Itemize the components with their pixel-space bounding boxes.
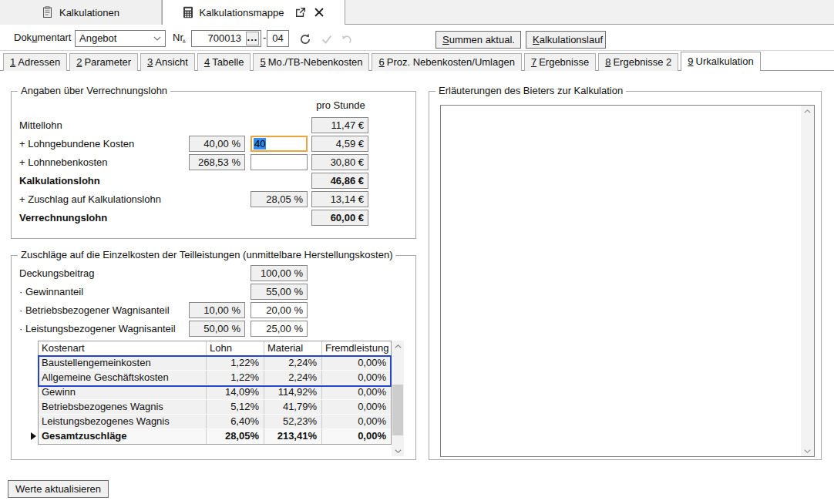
- lohn-cell: 6,40%: [206, 415, 264, 428]
- window-tab-kalkulationen[interactable]: Kalkulationen: [0, 0, 162, 25]
- erlaeuterungen-textarea[interactable]: [440, 105, 815, 457]
- werte-aktualisieren-button[interactable]: Werte aktualisieren: [8, 480, 109, 498]
- dokumentart-selected-value: Angebot: [79, 32, 116, 44]
- window-tab-kalkulationsmappe[interactable]: Kalkulationsmappe: [162, 0, 345, 25]
- nr-label: Nr.: [173, 32, 186, 43]
- kostenart-cell: Allgemeine Geschäftskosten: [39, 371, 206, 385]
- page-tab-parameter[interactable]: 2Parameter: [69, 53, 138, 71]
- nr-input[interactable]: 700013 ...: [191, 30, 261, 47]
- row-label: · Betriebsbezogener Wagnisanteil: [19, 302, 170, 318]
- lohn-cell: 5,12%: [206, 400, 264, 414]
- leistungswagnis-pct-b[interactable]: 25,00 %: [251, 321, 308, 337]
- page-tab-ergebnisse-2[interactable]: 8Ergebnisse 2: [598, 53, 678, 71]
- window-tab-bar: Kalkulationen Kalkulationsmappe: [0, 0, 834, 25]
- fremdleistung-cell: 0,00%: [321, 385, 391, 399]
- material-cell: 2,24%: [264, 371, 321, 385]
- row-label: · Leistungsbezogener Wagnisanteil: [19, 321, 176, 337]
- dokumentart-select[interactable]: Angebot: [75, 30, 166, 47]
- kostenart-cell: Gewinn: [39, 385, 206, 399]
- material-cell: 2,24%: [264, 356, 321, 370]
- verrechnungslohn-legend: Angaben über Verrechnungslohn: [18, 85, 170, 96]
- row-label: + Lohnnebenkosten: [19, 154, 108, 170]
- kostenart-cell: Gesamtzuschläge: [39, 429, 206, 444]
- table-scrollbar[interactable]: [392, 341, 404, 456]
- fremdleistung-cell: 0,00%: [321, 371, 391, 385]
- current-row-marker: [31, 432, 36, 440]
- close-icon[interactable]: [314, 7, 325, 18]
- row-label: Kalkulationslohn: [19, 173, 100, 189]
- table-row[interactable]: Leistungsbezogenes Wagnis 6,40% 52,23% 0…: [39, 415, 391, 429]
- table-row[interactable]: Allgemeine Geschäftskosten 1,22% 2,24% 0…: [39, 371, 391, 385]
- scroll-up-icon[interactable]: [801, 106, 814, 116]
- page-tab-urkalkulation[interactable]: 9Urkalkulation: [681, 52, 760, 71]
- kostenart-table-header: Kostenart Lohn Material Fremdleistung: [39, 341, 391, 356]
- erlaeuterungen-group: Erläuterungen des Bieters zur Kalkulatio…: [429, 91, 822, 460]
- material-cell: 114,92%: [264, 385, 321, 399]
- betriebswagnis-pct-a: 10,00 %: [189, 302, 245, 318]
- column-header: Kostenart: [39, 341, 206, 355]
- row-label: Deckungsbeitrag: [19, 265, 95, 281]
- row-label: + Zuschlag auf Kalkulationslohn: [19, 191, 161, 207]
- lohn-cell: 1,22%: [206, 371, 264, 385]
- row-label: + Lohngebundene Kosten: [19, 136, 134, 152]
- scrollbar-thumb[interactable]: [392, 385, 403, 435]
- column-header: Lohn: [206, 341, 264, 355]
- table-row[interactable]: Baustellengemeinkosten 1,22% 2,24% 0,00%: [39, 356, 391, 371]
- page-tab-ansicht[interactable]: 3Ansicht: [140, 53, 195, 71]
- verrechnungslohn-value: 60,00 €: [311, 210, 368, 226]
- erlaeuterungen-legend: Erläuterungen des Bieters zur Kalkulatio…: [435, 85, 626, 96]
- lohn-cell: 1,22%: [206, 356, 264, 370]
- kalkulationslauf-button[interactable]: Kalkulationslauf: [526, 31, 606, 49]
- lohnnebenkosten-input[interactable]: [251, 154, 308, 170]
- zuschlaege-legend: Zuschläge auf die Einzelkosten der Teill…: [18, 249, 395, 260]
- refresh-icon[interactable]: [299, 33, 311, 45]
- page-tab-proz-nebenkosten-umlagen[interactable]: 6Proz. Nebenkosten/Umlagen: [372, 53, 521, 71]
- window-tab-label: Kalkulationsmappe: [200, 7, 284, 18]
- row-label: Mittellohn: [19, 117, 62, 133]
- scroll-up-icon[interactable]: [392, 341, 404, 351]
- nr-value: 700013: [208, 32, 241, 44]
- kostenart-cell: Baustellengemeinkosten: [39, 356, 206, 370]
- fremdleistung-cell: 0,00%: [321, 429, 391, 444]
- fremdleistung-cell: 0,00%: [321, 356, 391, 370]
- scroll-down-icon[interactable]: [801, 445, 814, 456]
- kalkulationsmappe-window: Kalkulationen Kalkulationsmappe Dokument…: [0, 0, 834, 504]
- nr-suffix-separator: -: [263, 32, 266, 43]
- zuschlag-eur-value: 13,14 €: [311, 191, 368, 207]
- lohngebundene-eur-value: 4,59 €: [311, 136, 368, 152]
- material-cell: 213,41%: [264, 429, 321, 444]
- calculator-icon: [183, 6, 193, 18]
- gewinnanteil-value: 55,00 %: [251, 284, 308, 300]
- fremdleistung-cell: 0,00%: [321, 400, 391, 414]
- table-row[interactable]: Gesamtzuschläge 28,05% 213,41% 0,00%: [39, 429, 391, 444]
- leistungswagnis-pct-a: 50,00 %: [189, 321, 245, 337]
- fremdleistung-cell: 0,00%: [321, 415, 391, 428]
- selected-text: 40: [254, 138, 266, 150]
- open-external-icon[interactable]: [294, 7, 306, 18]
- chevron-down-icon: [153, 36, 161, 41]
- lohngebundene-pct-value: 40,00 %: [189, 136, 245, 152]
- verrechnungslohn-group: Angaben über Verrechnungslohn pro Stunde…: [11, 91, 416, 239]
- page-tab-tabelle[interactable]: 4Tabelle: [197, 53, 251, 71]
- lohnnebenkosten-eur-value: 30,80 €: [311, 154, 368, 170]
- column-header: Fremdleistung: [321, 341, 391, 355]
- nr-browse-button[interactable]: ...: [246, 32, 259, 45]
- page-tab-ergebnisse[interactable]: 7Ergebnisse: [524, 53, 596, 71]
- page-tab-adressen[interactable]: 1Adressen: [3, 53, 67, 71]
- page-tab-mo-tb-nebenkosten[interactable]: 5Mo./TB-Nebenkosten: [253, 53, 369, 71]
- lohngebundene-input[interactable]: 40: [251, 136, 308, 152]
- dokumentart-label: Dokumentart: [14, 32, 71, 43]
- textarea-scrollbar[interactable]: [801, 106, 814, 456]
- confirm-icon: [321, 33, 333, 45]
- lohnnebenkosten-pct-value: 268,53 %: [189, 154, 245, 170]
- summen-aktualisieren-button[interactable]: Summen aktual.: [435, 31, 521, 49]
- kostenart-table: Kostenart Lohn Material Fremdleistung Ba…: [38, 341, 392, 445]
- nr-suffix-input[interactable]: 04: [267, 30, 289, 47]
- betriebswagnis-pct-b[interactable]: 20,00 %: [251, 302, 308, 318]
- toolbar: Dokumentart Angebot Nr. 700013 ... - 04 …: [0, 25, 834, 51]
- table-row[interactable]: Betriebsbezogenes Wagnis 5,12% 41,79% 0,…: [39, 400, 391, 415]
- material-cell: 52,23%: [264, 415, 321, 428]
- table-row[interactable]: Gewinn 14,09% 114,92% 0,00%: [39, 385, 391, 400]
- kostenart-cell: Leistungsbezogenes Wagnis: [39, 415, 206, 428]
- scroll-down-icon[interactable]: [392, 445, 404, 456]
